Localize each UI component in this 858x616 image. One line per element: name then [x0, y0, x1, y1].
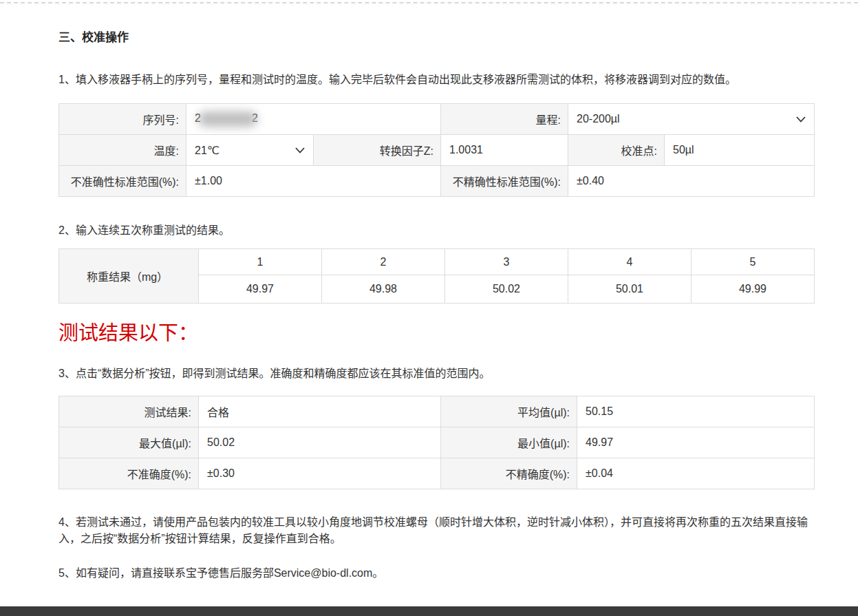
calibration-form-table: 序列号: 22 量程: 20-200µl 温度: 21℃ [58, 103, 815, 197]
range-select-value: 20-200µl [577, 113, 620, 125]
weighing-col-header-5: 5 [691, 249, 815, 275]
imprecision-standard-value: ±0.40 [568, 166, 815, 197]
weighing-col-header-3: 3 [445, 249, 568, 275]
weighing-value-3[interactable]: 50.02 [445, 275, 568, 304]
table-row: 温度: 21℃ 转换因子Z: 1.0031 校准点: 50µl [59, 135, 815, 166]
table-row: 不准确度(%): ±0.30 不精确度(%): ±0.04 [59, 458, 815, 489]
z-factor-label: 转换因子Z: [314, 135, 441, 166]
table-row: 最大值(µl): 50.02 最小值(µl): 49.97 [59, 427, 815, 458]
weighing-col-header-4: 4 [568, 249, 691, 275]
step-5-text: 5、如有疑问，请直接联系宝予德售后服务部Service@bio-dl.com。 [58, 565, 814, 582]
imprecision-value: ±0.04 [577, 458, 815, 489]
temperature-label: 温度: [59, 135, 186, 166]
serial-blur-mask [198, 111, 257, 127]
inaccuracy-label: 不准确度(%): [59, 458, 199, 489]
serial-number-label: 序列号: [59, 104, 186, 135]
imprecision-label: 不精确度(%): [441, 458, 577, 489]
range-select[interactable]: 20-200µl [568, 104, 815, 135]
min-value-label: 最小值(µl): [441, 427, 577, 458]
weighing-results-table: 称重结果（mg） 1 2 3 4 5 49.97 49.98 50.02 50.… [58, 248, 815, 304]
serial-number-field[interactable]: 22 [186, 104, 441, 135]
table-row: 称重结果（mg） 1 2 3 4 5 [59, 249, 815, 275]
document-page: 三、校准操作 1、填入移液器手柄上的序列号，量程和测试时的温度。输入完毕后软件会… [0, 0, 858, 616]
min-value: 49.97 [577, 427, 815, 458]
chevron-down-icon [796, 116, 806, 123]
test-result-label: 测试结果: [59, 396, 199, 427]
z-factor-value: 1.0031 [441, 135, 568, 166]
inaccuracy-standard-value: ±1.00 [186, 166, 441, 197]
red-heading: 测试结果以下： [58, 320, 814, 346]
mean-value: 50.15 [577, 396, 815, 427]
mean-value-label: 平均值(µl): [441, 396, 577, 427]
weighing-col-header-1: 1 [199, 249, 322, 275]
document-content: 三、校准操作 1、填入移液器手柄上的序列号，量程和测试时的温度。输入完毕后软件会… [58, 31, 814, 582]
table-row: 序列号: 22 量程: 20-200µl [59, 104, 815, 135]
weighing-row-label: 称重结果（mg） [59, 249, 199, 304]
page-break-divider [0, 2, 858, 3]
step-2-text: 2、输入连续五次称重测试的结果。 [58, 222, 814, 239]
table-row: 不准确性标准范围(%): ±1.00 不精确性标准范围(%): ±0.40 [59, 166, 815, 197]
weighing-value-4[interactable]: 50.01 [568, 275, 691, 304]
bottom-window-bar [0, 606, 858, 616]
test-result-value: 合格 [199, 396, 441, 427]
imprecision-standard-label: 不精确性标准范围(%): [441, 166, 568, 197]
temperature-select-value: 21℃ [195, 144, 219, 157]
weighing-value-5[interactable]: 49.99 [691, 275, 815, 304]
range-label: 量程: [441, 104, 568, 135]
chevron-down-icon [295, 147, 305, 153]
test-result-table: 测试结果: 合格 平均值(µl): 50.15 最大值(µl): 50.02 最… [58, 396, 815, 489]
inaccuracy-standard-label: 不准确性标准范围(%): [59, 166, 186, 197]
step-4-text: 4、若测试未通过，请使用产品包装内的较准工具以较小角度地调节校准螺母（顺时针增大… [58, 514, 814, 547]
max-value: 50.02 [199, 427, 441, 458]
temperature-select[interactable]: 21℃ [186, 135, 314, 166]
weighing-value-1[interactable]: 49.97 [199, 275, 322, 304]
step-1-text: 1、填入移液器手柄上的序列号，量程和测试时的温度。输入完毕后软件会自动出现此支移… [58, 72, 814, 88]
calibration-point-label: 校准点: [568, 135, 665, 166]
weighing-col-header-2: 2 [322, 249, 445, 275]
inaccuracy-value: ±0.30 [199, 458, 441, 489]
table-row: 测试结果: 合格 平均值(µl): 50.15 [59, 396, 815, 427]
calibration-point-value: 50µl [665, 135, 815, 166]
max-value-label: 最大值(µl): [59, 427, 199, 458]
page-title: 三、校准操作 [58, 31, 814, 45]
step-3-text: 3、点击“数据分析”按钮，即得到测试结果。准确度和精确度都应该在其标准值的范围内… [58, 365, 814, 382]
weighing-value-2[interactable]: 49.98 [322, 275, 445, 304]
